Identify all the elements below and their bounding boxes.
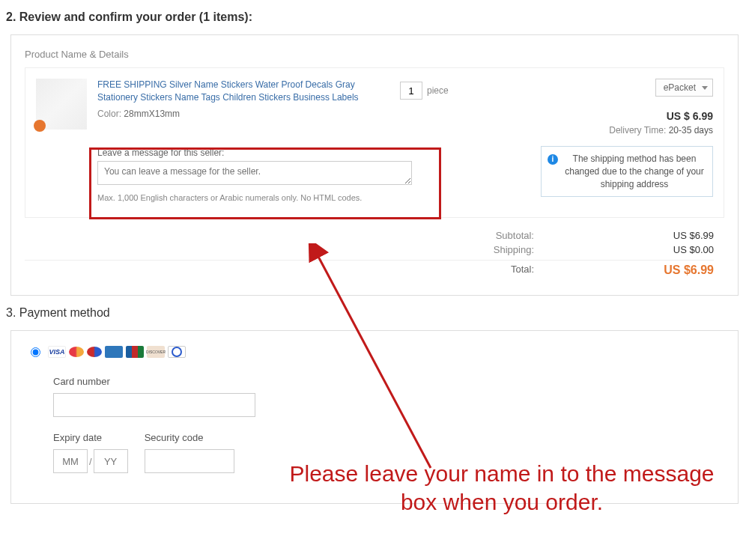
- visa-icon: VISA: [48, 346, 66, 358]
- annotation-text: Please leave your name in to the message…: [270, 460, 734, 516]
- shipping-notice-box: i The shipping method has been changed d…: [541, 146, 713, 197]
- chevron-down-icon: [702, 86, 708, 90]
- expiry-year-input[interactable]: [94, 449, 128, 473]
- variant-label: Color:: [97, 109, 121, 119]
- total-value: US $6.99: [654, 264, 714, 277]
- card-number-input[interactable]: [53, 393, 255, 417]
- shipping-method-value: ePacket: [664, 82, 696, 93]
- security-code-input[interactable]: [145, 449, 234, 473]
- shipping-value: US $0.00: [654, 244, 714, 255]
- seller-message-input[interactable]: [97, 161, 412, 185]
- payment-card-option[interactable]: VISA DISCOVER: [31, 346, 718, 358]
- product-row: FREE SHIPPING Silver Name Stickers Water…: [25, 67, 724, 218]
- amex-icon: [105, 346, 123, 358]
- seller-message-help: Max. 1,000 English characters or Arabic …: [97, 193, 523, 202]
- shipping-method-select[interactable]: ePacket: [655, 79, 713, 97]
- subtotal-label: Subtotal:: [496, 230, 534, 241]
- jcb-icon: [126, 346, 144, 358]
- delivery-time: Delivery Time: 20-35 days: [541, 125, 713, 136]
- shipping-notice-text: The shipping method has been changed due…: [565, 153, 703, 189]
- review-box: Product Name & Details FREE SHIPPING Sil…: [10, 34, 739, 296]
- delivery-label: Delivery Time:: [609, 125, 666, 136]
- payment-radio-cards[interactable]: [31, 347, 40, 357]
- expiry-label: Expiry date: [53, 432, 128, 443]
- delivery-value: 20-35 days: [669, 125, 713, 136]
- payment-section-title: 3. Payment method: [6, 306, 749, 320]
- maestro-icon: [87, 347, 102, 357]
- subtotal-value: US $6.99: [654, 230, 714, 241]
- seller-message-area: Leave a message for this seller: Max. 1,…: [97, 143, 530, 208]
- totals-separator: [25, 260, 714, 261]
- product-title-link[interactable]: FREE SHIPPING Silver Name Stickers Water…: [97, 79, 360, 104]
- card-number-label: Card number: [53, 376, 718, 387]
- quantity-input[interactable]: [400, 82, 422, 100]
- product-thumbnail[interactable]: [36, 79, 87, 130]
- diners-icon: [168, 346, 186, 358]
- seller-message-label: Leave a message for this seller:: [97, 147, 523, 158]
- shipping-label: Shipping:: [494, 244, 534, 255]
- expiry-slash: /: [89, 456, 92, 467]
- variant-value: 28mmX13mm: [124, 109, 180, 119]
- product-price: US $ 6.99: [541, 110, 713, 122]
- card-brand-icons: VISA DISCOVER: [48, 346, 186, 358]
- product-variant: Color: 28mmX13mm: [97, 109, 360, 119]
- expiry-month-input[interactable]: [53, 449, 88, 473]
- product-right-column: ePacket US $ 6.99 Delivery Time: 20-35 d…: [541, 79, 713, 208]
- security-code-label: Security code: [145, 432, 234, 443]
- product-details-header: Product Name & Details: [25, 49, 724, 60]
- quantity-unit: piece: [427, 85, 449, 96]
- discover-icon: DISCOVER: [147, 346, 165, 358]
- total-label: Total:: [511, 264, 534, 277]
- review-section-title: 2. Review and confirm your order (1 item…: [6, 10, 749, 24]
- info-icon: i: [548, 154, 558, 165]
- order-totals: Subtotal: US $6.99 Shipping: US $0.00 To…: [25, 218, 724, 287]
- mastercard-icon: [69, 347, 84, 357]
